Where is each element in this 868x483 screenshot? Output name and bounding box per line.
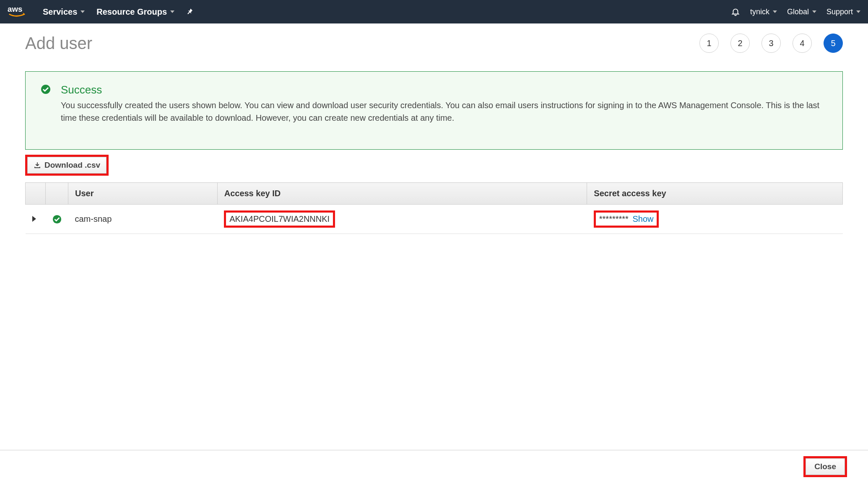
success-title: Success	[61, 83, 827, 96]
pin-icon[interactable]	[186, 8, 194, 16]
download-csv-label: Download .csv	[44, 161, 100, 170]
wizard-steps: 1 2 3 4 5	[699, 34, 843, 53]
step-3[interactable]: 3	[761, 34, 781, 53]
row-secret-access-key-cell: ********* Show	[587, 205, 843, 234]
expand-caret-icon	[32, 216, 36, 222]
support-label: Support	[826, 8, 853, 16]
services-label: Services	[43, 7, 77, 17]
chevron-down-icon	[170, 10, 174, 13]
success-check-icon	[52, 215, 62, 224]
success-content: Success You successfully created the use…	[61, 83, 827, 124]
success-alert: Success You successfully created the use…	[25, 71, 843, 150]
secret-access-key-masked: *********	[599, 214, 629, 223]
resource-groups-label: Resource Groups	[96, 7, 167, 17]
table-header-row: User Access key ID Secret access key	[26, 183, 843, 205]
top-nav: aws Services Resource Groups ty	[0, 0, 868, 23]
step-4[interactable]: 4	[793, 34, 812, 53]
row-status-cell	[46, 205, 68, 234]
download-icon	[34, 161, 41, 169]
chevron-down-icon	[812, 10, 816, 13]
success-message: You successfully created the users shown…	[61, 99, 827, 124]
svg-text:aws: aws	[8, 5, 22, 13]
page-title: Add user	[25, 34, 92, 53]
row-access-key-id-cell: AKIA4PCOIL7WIA2NNNKI	[217, 205, 587, 234]
col-status	[46, 183, 68, 205]
step-1[interactable]: 1	[699, 34, 719, 53]
account-menu[interactable]: tynick	[750, 8, 777, 16]
col-secret-access-key: Secret access key	[587, 183, 843, 205]
close-button-highlight: Close	[803, 456, 847, 477]
region-label: Global	[787, 8, 809, 16]
col-access-key-id: Access key ID	[217, 183, 587, 205]
chevron-down-icon	[81, 10, 85, 13]
col-expander	[26, 183, 46, 205]
download-row: Download .csv	[25, 155, 843, 176]
page-content: Add user 1 2 3 4 5 Success You successfu…	[0, 23, 868, 234]
table-row: cam-snap AKIA4PCOIL7WIA2NNNKI ********* …	[26, 205, 843, 234]
nav-right: tynick Global Support	[731, 7, 860, 16]
row-user: cam-snap	[68, 205, 218, 234]
chevron-down-icon	[773, 10, 777, 13]
download-csv-highlight: Download .csv	[25, 155, 109, 176]
success-check-icon	[41, 84, 51, 94]
aws-logo[interactable]: aws	[8, 5, 31, 19]
col-user: User	[68, 183, 218, 205]
support-menu[interactable]: Support	[826, 8, 860, 16]
resource-groups-menu[interactable]: Resource Groups	[96, 7, 174, 17]
services-menu[interactable]: Services	[43, 7, 85, 17]
region-menu[interactable]: Global	[787, 8, 816, 16]
step-2[interactable]: 2	[730, 34, 750, 53]
show-secret-link[interactable]: Show	[632, 214, 653, 223]
page-header: Add user 1 2 3 4 5	[25, 34, 843, 53]
footer-bar: Close	[0, 450, 868, 483]
account-label: tynick	[750, 8, 769, 16]
nav-left: Services Resource Groups	[43, 7, 194, 17]
credentials-table: User Access key ID Secret access key cam…	[25, 182, 843, 234]
download-csv-button[interactable]: Download .csv	[27, 157, 107, 174]
chevron-down-icon	[856, 10, 860, 13]
step-5[interactable]: 5	[824, 34, 843, 53]
notifications-icon[interactable]	[731, 7, 740, 16]
access-key-id-value: AKIA4PCOIL7WIA2NNNKI	[224, 210, 335, 228]
secret-access-key-highlight: ********* Show	[594, 210, 659, 228]
row-expander-cell[interactable]	[26, 205, 46, 234]
close-button[interactable]: Close	[806, 458, 845, 475]
